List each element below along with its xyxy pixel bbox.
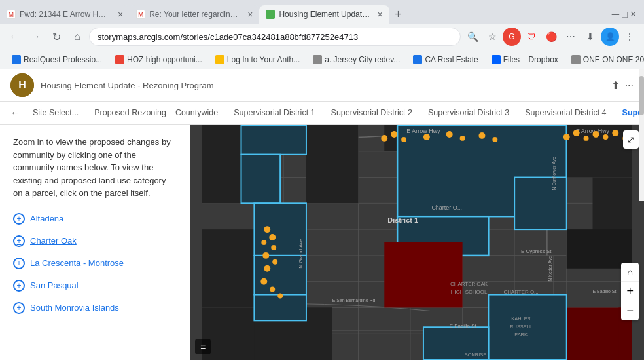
tab-proposed-rezoning[interactable]: Proposed Rezoning – Countywide [86, 102, 226, 125]
bookmark-dropbox[interactable]: Files – Dropbox [486, 54, 564, 66]
bookmark-label-hoz: HOZ high opportuni... [127, 55, 202, 64]
tab-district-4[interactable]: Supervisorial District 4 [517, 102, 614, 125]
more-options-icon[interactable]: ··· [625, 79, 634, 92]
app-logo-area: H Housing Element Update - Rezoning Prog… [10, 73, 213, 97]
refresh-button[interactable]: ↻ [47, 28, 65, 46]
tab-district-1[interactable]: Supervisorial District 1 [226, 102, 323, 125]
tab-district-3[interactable]: Supervisorial District 3 [420, 102, 517, 125]
svg-rect-49 [384, 242, 462, 307]
svg-text:N Kedar Ave: N Kedar Ave [548, 256, 552, 282]
map-area[interactable]: E Arrow Hwy E Arrow Hwy N Grand Ave N Su… [190, 125, 644, 360]
svg-rect-39 [241, 125, 306, 155]
map-legend-button[interactable]: ≡ [200, 341, 206, 352]
bookmarks-bar: RealQuest Professio... HOZ high opportun… [0, 50, 644, 69]
bookmark-label-realquest: RealQuest Professio... [24, 55, 102, 64]
bookmark-icon-ca [413, 55, 422, 64]
main-content: Zoom in to view the proposed changes by … [0, 125, 644, 360]
community-label-altadena: Altadena [30, 214, 63, 223]
community-link-charter-oak[interactable]: Charter Oak [13, 235, 177, 247]
zoom-in-button[interactable]: + [621, 282, 639, 301]
gmail-favicon-1: M [7, 10, 16, 19]
zoom-out-button[interactable]: − [621, 301, 639, 320]
profile-icon[interactable]: G [503, 28, 521, 46]
svg-text:CHARTER OAK: CHARTER OAK [450, 281, 488, 287]
svg-text:District 1: District 1 [387, 216, 418, 224]
search-icon[interactable]: 🔍 [463, 28, 482, 46]
back-button[interactable]: ← [5, 28, 24, 46]
bookmark-icon[interactable]: ☆ [483, 28, 501, 46]
minimize-button[interactable]: ─ [612, 9, 619, 20]
browser-toolbar: ← → ↻ ⌂ 🔍 ☆ G 🛡 🔴 ⋯ ⬇ 👤 ⋮ [0, 24, 644, 50]
tab-bar: M Fwd: 21344 E Arrow Hwy, Covi... × M Re… [0, 0, 644, 24]
maximize-button[interactable]: □ [622, 9, 627, 20]
extensions-menu[interactable]: ⋯ [562, 28, 580, 46]
bookmark-login[interactable]: Log In to Your Anth... [210, 54, 305, 66]
bookmark-ca-real-estate[interactable]: CA Real Estate [408, 54, 483, 66]
bookmark-icon-one [571, 55, 581, 64]
svg-text:E Arrow Hwy: E Arrow Hwy [406, 128, 440, 134]
community-link-altadena[interactable]: Altadena [13, 213, 177, 225]
arcgis-favicon [266, 10, 275, 19]
svg-point-75 [446, 131, 453, 138]
adblock-icon[interactable]: 🛡 [522, 28, 541, 46]
community-link-south-monrovia[interactable]: South Monrovia Islands [13, 302, 177, 314]
close-button[interactable]: × [630, 9, 636, 20]
svg-text:PARK: PARK [514, 332, 528, 337]
svg-text:E Badillo St: E Badillo St [593, 289, 617, 294]
community-label-san-pasqual: San Pasqual [30, 280, 79, 290]
svg-point-73 [401, 137, 406, 142]
bookmark-jersey[interactable]: a. Jersey City redev... [308, 54, 405, 66]
svg-text:CHARTER O...: CHARTER O... [504, 289, 539, 295]
svg-point-89 [271, 245, 276, 250]
extension-icon[interactable]: 🔴 [542, 28, 560, 46]
bookmark-hoz[interactable]: HOZ high opportuni... [110, 54, 207, 66]
url-bar[interactable] [89, 28, 461, 46]
account-icon[interactable]: 👤 [601, 28, 619, 46]
svg-text:E Cypress St: E Cypress St [521, 248, 552, 254]
svg-point-94 [270, 287, 275, 292]
community-label-la-crescenta: La Crescenta - Montrose [30, 258, 124, 268]
bookmark-label-jersey: a. Jersey City redev... [325, 55, 400, 64]
community-icon-la-crescenta [13, 258, 25, 269]
url-input[interactable] [98, 32, 452, 42]
svg-text:HIGH SCHOOL: HIGH SCHOOL [451, 289, 488, 295]
svg-text:RUSSELL: RUSSELL [510, 324, 532, 330]
bookmark-icon-realquest [12, 55, 21, 64]
expand-map-button[interactable]: ⤢ [627, 134, 635, 145]
tab-title-2: Re: Your letter regarding 2134... [149, 10, 241, 19]
nav-back-button[interactable]: ← [5, 102, 25, 123]
svg-point-82 [593, 131, 599, 138]
home-button[interactable]: ⌂ [68, 28, 86, 46]
tab-close-3[interactable]: × [377, 9, 382, 20]
bookmark-label-login: Log In to Your Anth... [227, 55, 300, 64]
tab-close-1[interactable]: × [118, 9, 123, 20]
tab-gmail-2[interactable]: M Re: Your letter regarding 2134... × [130, 5, 259, 24]
new-tab-button[interactable]: + [389, 5, 408, 24]
svg-point-74 [423, 134, 430, 140]
svg-text:N Grand Ave: N Grand Ave [298, 239, 304, 269]
svg-point-72 [391, 131, 397, 138]
svg-point-90 [262, 252, 269, 259]
downloads-icon[interactable]: ⬇ [581, 28, 599, 46]
bookmark-realquest[interactable]: RealQuest Professio... [7, 54, 107, 66]
tab-close-2[interactable]: × [247, 9, 253, 20]
community-icon-charter-oak [13, 235, 25, 247]
tab-gmail-1[interactable]: M Fwd: 21344 E Arrow Hwy, Covi... × [0, 5, 130, 24]
tab-site-select[interactable]: Site Select... [25, 102, 86, 125]
community-link-san-pasqual[interactable]: San Pasqual [13, 280, 177, 292]
tab-arcgis[interactable]: Housing Element Update – Rez... × [259, 5, 389, 24]
svg-point-78 [492, 137, 497, 142]
bookmark-label-dropbox: Files – Dropbox [503, 55, 558, 64]
share-icon[interactable]: ⬆ [611, 79, 620, 92]
tab-district-2[interactable]: Supervisorial District 2 [323, 102, 420, 125]
bookmark-oneonone[interactable]: ONE ON ONE 2023 [566, 54, 644, 66]
forward-button[interactable]: → [26, 28, 45, 46]
community-link-la-crescenta[interactable]: La Crescenta - Montrose [13, 258, 177, 269]
menu-icon[interactable]: ⋮ [620, 28, 639, 46]
bookmark-icon-login [215, 55, 224, 64]
community-label-charter-oak: Charter Oak [30, 236, 77, 246]
zoom-home-button[interactable]: ⌂ [621, 263, 639, 282]
svg-point-71 [381, 135, 387, 142]
sidebar-description: Zoom in to view the proposed changes by … [13, 136, 177, 200]
svg-text:N Sunflower Ave: N Sunflower Ave [552, 157, 556, 190]
